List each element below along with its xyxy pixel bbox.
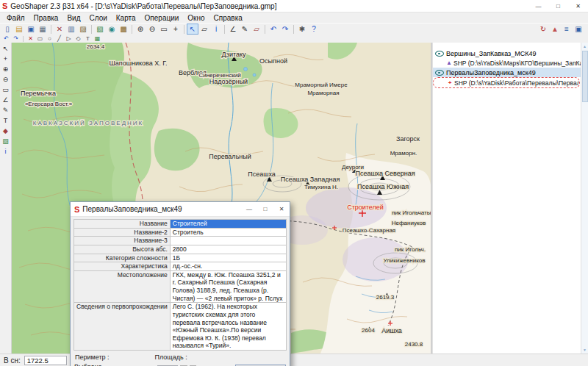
menu-item-6[interactable]: Операции [140, 14, 184, 22]
next-view-icon[interactable]: ↷ [279, 24, 291, 35]
close-button[interactable]: ✕ [568, 0, 588, 12]
map-icon[interactable]: ◉ [106, 24, 118, 35]
pan-tool-icon[interactable]: + [1, 54, 11, 64]
marker-tool-icon[interactable]: ◆ [1, 126, 11, 136]
menu-item-8[interactable]: Справка [209, 14, 247, 22]
refresh-icon[interactable]: ↻ [537, 24, 549, 35]
select-area-tool-icon[interactable]: ▭ [1, 85, 11, 95]
layers-tool-icon[interactable]: ▧ [1, 137, 11, 146]
attribute-value[interactable]: Строитель [170, 228, 286, 237]
open-file-icon[interactable]: ▤ [13, 24, 25, 35]
vertex-icon[interactable]: ◇ [74, 35, 83, 43]
cut-icon[interactable]: ✕ [54, 24, 65, 35]
layers-panel: Вершины_ЗапКавказ_МСК49▲SHP (D:\s\YaDisk… [432, 43, 588, 354]
attribute-value[interactable]: Лего С. (1962). На некоторых туристских … [170, 303, 286, 351]
prev-view-icon[interactable]: ↶ [268, 24, 279, 35]
erase-icon[interactable]: ▱ [251, 24, 262, 35]
layer-source-item[interactable]: ▲SHP (D:\s\YaDisk\Maps\КГО\Вершины_ЗапКа… [433, 58, 581, 68]
menu-item-5[interactable]: Карта [112, 14, 140, 22]
map-label: Надозёрный [209, 78, 248, 85]
peak-marker-icon: ▲ [445, 60, 453, 66]
list-icon[interactable]: ≡ [561, 24, 573, 35]
info-tool-icon[interactable]: i [1, 147, 11, 157]
scrollbar-thumb[interactable] [582, 51, 588, 102]
attribute-row: Категория сложности1Б [74, 254, 287, 262]
window-icon[interactable]: ▣ [573, 24, 584, 35]
scroll-up-icon[interactable]: ▲ [583, 43, 587, 50]
select-rect-icon[interactable]: ▱ [198, 24, 210, 35]
draw-tool-icon[interactable]: ✎ [1, 106, 11, 115]
draw-ellipse-icon[interactable]: ○ [45, 35, 54, 43]
redo-icon[interactable]: ↷ [11, 35, 21, 43]
copy-icon[interactable]: ▥ [65, 24, 77, 35]
altitude-value[interactable]: 1722.5 [24, 356, 67, 365]
measure-tool-icon[interactable]: ∠ [1, 96, 11, 105]
menu-item-2[interactable]: Правка [29, 14, 63, 22]
attribute-value[interactable]: Строителей [170, 220, 286, 229]
zoom-window-icon[interactable]: ▭ [158, 24, 170, 35]
undo-icon[interactable]: ↶ [1, 35, 11, 43]
attribute-value[interactable] [170, 237, 286, 245]
menu-item-1[interactable]: Файл [2, 14, 29, 22]
dialog-close-icon[interactable]: ✕ [273, 202, 290, 216]
attribute-value[interactable]: 1Б [170, 254, 286, 262]
attribute-value[interactable]: лд.-ос.-сн. [170, 262, 286, 271]
map-label: Мраморная [307, 90, 339, 96]
legend-icon[interactable]: ▩ [118, 24, 129, 35]
menu-item-3[interactable]: Вид [62, 14, 85, 22]
warning-icon[interactable]: ▲ [549, 24, 561, 35]
print-icon[interactable]: ▦ [37, 24, 49, 35]
map-label: Уликижевников [384, 257, 426, 264]
scroll-down-icon[interactable]: ▼ [583, 346, 587, 354]
draw-rect-icon[interactable]: ▭ [35, 35, 45, 43]
layer-visibility-eye-icon[interactable] [435, 68, 444, 76]
pan-icon[interactable]: + [170, 24, 182, 35]
snap-icon[interactable]: ▦ [93, 35, 102, 43]
zoom-in-icon[interactable]: ⊕ [135, 24, 146, 35]
layer-item[interactable]: Вершины_ЗапКавказ_МСК49 [433, 49, 581, 58]
map-label: Мраморный Имере [295, 82, 348, 88]
attribute-row: НазваниеСтроителей [74, 220, 287, 229]
text-tool-icon[interactable]: Т [83, 35, 93, 43]
save-icon[interactable]: ▣ [25, 24, 37, 35]
draw-polygon-icon[interactable]: ▷ [64, 35, 74, 43]
toolbar-separator [51, 25, 51, 34]
map-label: пик Игольчатый [392, 209, 431, 216]
attribute-value[interactable]: ГКХ, между в. Юж. Псеашха 3251,2 и г. Са… [170, 270, 286, 303]
attribute-value[interactable]: 2800 [170, 245, 286, 254]
layer-item[interactable]: ПервалыЗаповедника_мск49 [433, 68, 581, 77]
toolbar-separator [293, 25, 294, 34]
attribute-label: Характеристика [74, 262, 171, 271]
dialog-maximize-button[interactable]: □ [257, 202, 273, 216]
menu-item-7[interactable]: Окно [183, 14, 209, 22]
maximize-button[interactable]: □ [548, 0, 568, 12]
attribute-label: Сведения о первопрохождении [74, 303, 171, 351]
settings-icon[interactable]: ✱ [296, 24, 308, 35]
layers-icon[interactable]: ▧ [94, 24, 106, 35]
edit-icon[interactable]: ✎ [239, 24, 251, 35]
layer-source-item[interactable]: +SHP (D:\s\YaDisk\Работа\Перевалы\Первал… [433, 77, 580, 88]
map-label: Дзитаку [221, 51, 246, 58]
layer-visibility-eye-icon[interactable] [435, 49, 444, 57]
menu-item-4[interactable]: Слои [85, 14, 111, 22]
panel-scrollbar[interactable]: ▲ ▼ [581, 43, 588, 354]
select-arrow-icon[interactable]: ↖ [187, 24, 198, 35]
zoom-out-tool-icon[interactable]: ⊖ [1, 75, 11, 85]
measure-icon[interactable]: ∠ [227, 24, 239, 35]
minimize-button[interactable]: — [528, 0, 548, 12]
label-tool-icon[interactable]: Т [1, 116, 11, 126]
dialog-minimize-button[interactable]: — [241, 202, 257, 216]
help-icon[interactable]: ? [308, 24, 320, 35]
zoom-in-tool-icon[interactable]: ⊕ [1, 65, 11, 74]
draw-line-icon[interactable]: ╱ [54, 35, 64, 43]
map-label: Псеашха Южная [357, 183, 409, 190]
attributes-table: НазваниеСтроителейНазвание-2СтроительНаз… [74, 219, 287, 351]
zoom-out-icon[interactable]: ⊖ [146, 24, 158, 35]
delete-icon[interactable]: ✕ [26, 35, 35, 43]
attribute-label: Категория сложности [74, 254, 171, 262]
paste-icon[interactable]: ▨ [77, 24, 89, 35]
dialog-titlebar[interactable]: S ПервалыЗаповедника_мск49 — □ ✕ [71, 202, 290, 217]
info-icon[interactable]: i [210, 24, 222, 35]
pointer-tool-icon[interactable]: ↖ [1, 44, 11, 54]
new-file-icon[interactable]: ▯ [1, 24, 13, 35]
